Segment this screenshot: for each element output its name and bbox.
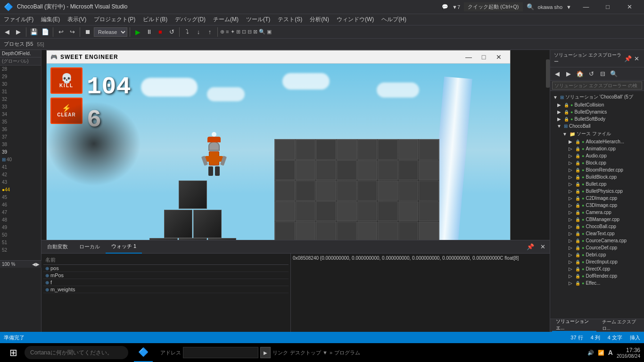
se-home[interactable]: 🏠 [575,69,585,79]
se-file-animation[interactable]: ▷ 🔒 ● Animation.cpp [550,145,644,152]
game-close-button[interactable]: ✕ [491,51,506,63]
expand-icon[interactable]: » [330,350,332,355]
close-button[interactable]: ✕ [619,0,640,14]
menu-project[interactable]: プロジェクト(P) [90,14,139,25]
address-go-button[interactable]: ▶ [260,347,271,358]
se-file-courcecamera[interactable]: ▷ 🔒 ● CourceCamera.cpp [550,237,644,244]
clock-area[interactable]: 17:36 2016/08/24 [617,347,640,359]
stop-button[interactable]: ⏹ [83,27,93,37]
vertical-scrollbar[interactable] [546,50,550,240]
sound-icon[interactable]: 🔊 [587,350,594,356]
link-label[interactable]: リンク [272,349,288,356]
se-bullet-dynamics[interactable]: ▶ 🔒 ● BulletDynamics [550,108,644,115]
network-icon[interactable]: 📶 [598,350,604,356]
se-file-block[interactable]: ▷ 🔒 ● Block.cpp [550,159,644,166]
ime-indicator[interactable]: A [608,349,613,356]
menu-help[interactable]: ヘルプ(H) [378,14,410,25]
step-out[interactable]: ↑ [205,27,215,37]
menu-tools[interactable]: ツール(T) [242,14,274,25]
menu-file[interactable]: ファイル(F) [0,14,37,25]
step-over[interactable]: ⤵ [182,27,192,37]
se-bullet-collision[interactable]: ▶ 🔒 ● BulletCollision [550,101,644,108]
maximize-button[interactable]: □ [597,0,619,14]
code-area[interactable]: 🎮 SWEET ENGINEER — □ ✕ [41,50,550,240]
pause-button[interactable]: ⏸ [144,27,154,37]
menu-analyze[interactable]: 分析(N) [306,14,333,25]
se-file-bullet[interactable]: ▷ 🔒 ● Bullet.cpp [550,181,644,188]
search-icon[interactable]: 🔍 [527,3,534,10]
se-file-dofrender[interactable]: ▷ 🔒 ● DofRender.cpp [550,272,644,280]
game-maximize-button[interactable]: □ [476,51,491,63]
zoom-arrows[interactable]: ◀▶ [32,262,40,267]
menu-build[interactable]: ビルド(B) [139,14,171,25]
depth-tab[interactable]: DepthOfField. [2,51,31,56]
se-back[interactable]: ◀ [552,69,562,79]
quick-launch[interactable]: クイック起動 (Ctrl+Q) [464,2,522,11]
taskbar-vs-app[interactable]: 🔷 [134,343,153,362]
se-refresh[interactable]: ↺ [586,69,596,79]
se-collapse[interactable]: ⊟ [597,69,608,79]
menu-team[interactable]: チーム(M) [209,14,242,25]
game-window[interactable]: 🎮 SWEET ENGINEER — □ ✕ [46,50,511,240]
program-label[interactable]: プログラム [334,349,360,356]
se-search-input[interactable] [552,82,642,90]
se-close-button[interactable]: ✕ [633,55,640,62]
se-root[interactable]: ▼ ⊞ ソリューション 'ChocoBall' (5プ [550,93,644,101]
run-button[interactable]: ▶ [132,27,143,37]
close-bottom-button[interactable]: ✕ [537,242,548,252]
se-file-buildblock[interactable]: ▷ 🔒 ● BuildBlock.cpp [550,173,644,181]
se-file-directinput[interactable]: ▷ 🔒 ● DirectInput.cpp [550,258,644,265]
step-into[interactable]: ↓ [193,27,204,37]
se-file-c2dimage[interactable]: ▷ 🔒 ● C2DImage.cpp [550,195,644,202]
se-file-directx[interactable]: ▷ 🔒 ● DirectX.cpp [550,265,644,272]
se-file-cleartext[interactable]: ▷ 🔒 ● ClearText.cpp [550,230,644,237]
menu-test[interactable]: テスト(S) [274,14,306,25]
tab-auto-vars[interactable]: 自動変数 [41,240,74,254]
se-file-camera[interactable]: ▷ 🔒 ● Camera.cpp [550,209,644,216]
rb-tab-team[interactable]: チーム エクスプロ... [598,319,643,332]
se-file-chocoball[interactable]: ▷ 🔒 ● ChocoBall.cpp [550,223,644,230]
se-bullet-softbody[interactable]: ▶ 🔒 ● BulletSoftBody [550,115,644,123]
minimize-button[interactable]: — [575,0,597,14]
desktop-label[interactable]: デスクトップ ▼ [290,349,328,356]
se-filter[interactable]: 🔍 [609,69,619,79]
save-button[interactable]: 💾 [29,27,39,37]
rb-tab-solution[interactable]: ソリューション エ... [552,319,596,332]
forward-button[interactable]: ▶ [13,27,24,37]
se-forward[interactable]: ▶ [563,69,574,79]
start-button[interactable]: ⊞ [4,343,23,362]
stop-debug-button[interactable]: ■ [155,27,165,37]
se-file-c3dimage[interactable]: ▷ 🔒 ● C3DImage.cpp [550,202,644,209]
tab-watch1[interactable]: ウォッチ 1 [106,240,142,254]
se-chocoball[interactable]: ▼ ⊞ ChocoBall [550,123,644,130]
menu-debug[interactable]: デバッグ(D) [171,14,209,25]
se-file-debri[interactable]: ▷ 🔒 ● Debri.cpp [550,251,644,258]
menu-window[interactable]: ウィンドウ(W) [333,14,378,25]
cortana-search[interactable] [25,346,128,359]
se-file-effect[interactable]: ▷ 🔒 ● Effec... [550,280,644,287]
se-source-files[interactable]: ▼ 📁 ソース ファイル [550,130,644,138]
game-window-titlebar[interactable]: 🎮 SWEET ENGINEER — □ ✕ [47,50,510,64]
config-dropdown[interactable]: Release [94,27,127,37]
back-button[interactable]: ◀ [2,27,12,37]
address-input[interactable] [183,347,258,358]
restart-button[interactable]: ↺ [166,27,177,37]
se-file-bulletphysics[interactable]: ▷ 🔒 ● BulletPhysics.cpp [550,188,644,195]
menu-edit[interactable]: 編集(E) [37,14,64,25]
tab-local[interactable]: ローカル [74,240,106,254]
se-file-allocate[interactable]: ▶ 🔒 ● AllocateHierarch... [550,138,644,145]
undo-button[interactable]: ↩ [56,27,66,37]
se-file-courcedef[interactable]: ▷ 🔒 ● CourceDef.cpp [550,244,644,251]
save-all-button[interactable]: 📄 [40,27,50,37]
menu-view[interactable]: 表示(V) [64,14,90,25]
se-pin-button[interactable]: 📌 [624,55,632,62]
pin-button[interactable]: 📌 [525,242,536,252]
se-file-bloomrender[interactable]: ▷ 🔒 ● BloomRender.cpp [550,166,644,173]
game-minimize-button[interactable]: — [461,51,476,63]
user-dropdown-icon[interactable]: ▼ [566,4,571,10]
global-dropdown[interactable]: (グローバル) [0,58,41,66]
redo-button[interactable]: ↪ [67,27,77,37]
se-file-cbmanager[interactable]: ▷ 🔒 ● CBManager.cpp [550,216,644,223]
se-file-audio[interactable]: ▷ 🔒 ● Audio.cpp [550,152,644,159]
zoom-control[interactable]: 100 % ◀▶ [0,260,41,268]
